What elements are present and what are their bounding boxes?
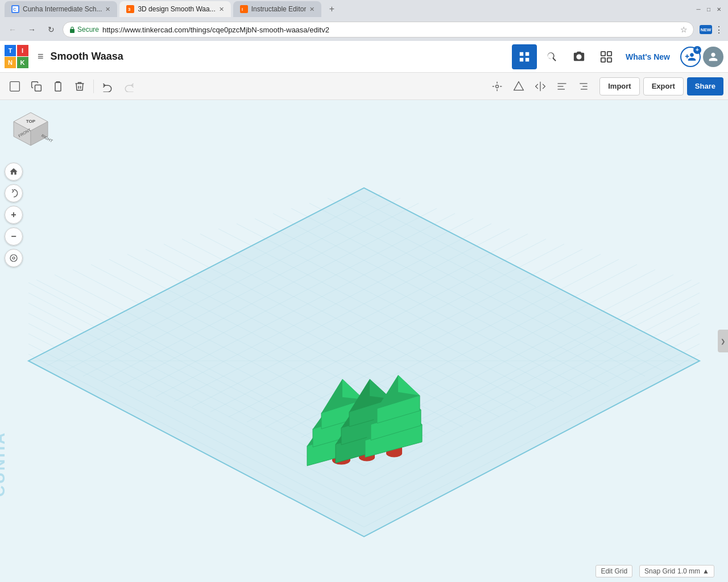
- view-cube[interactable]: TOP FRONT RIGHT: [8, 108, 53, 153]
- copy-button[interactable]: [26, 76, 47, 97]
- bottom-status: Edit Grid Snap Grid 1.0 mm ▲: [595, 565, 714, 577]
- new-object-button[interactable]: [5, 76, 25, 97]
- shape-button[interactable]: [508, 76, 529, 97]
- bookmark-icon[interactable]: ☆: [680, 25, 688, 34]
- refresh-button[interactable]: ↻: [43, 22, 59, 38]
- logo-t: T: [5, 45, 16, 56]
- svg-text:CUNHA: CUNHA: [0, 431, 8, 497]
- position-icon-button[interactable]: [487, 76, 507, 97]
- share-button[interactable]: Share: [687, 77, 723, 95]
- window-controls: ─ □ ✕: [694, 5, 723, 14]
- logo-k: K: [17, 57, 28, 68]
- rotate-view-button[interactable]: [5, 184, 23, 202]
- address-bar: ← → ↻ Secure https://www.tinkercad.com/t…: [0, 18, 728, 41]
- browser-menu-icon[interactable]: ⋮: [714, 24, 723, 35]
- svg-rect-15: [10, 81, 20, 91]
- export-button[interactable]: Export: [643, 77, 684, 95]
- tab3-favicon: I: [240, 5, 248, 13]
- svg-point-132: [13, 257, 15, 259]
- svg-rect-12: [607, 51, 611, 55]
- tinkercad-logo[interactable]: T I N K: [5, 45, 28, 69]
- tab-2[interactable]: 3 3D design Smooth Waa... ✕: [119, 1, 230, 17]
- grid-view-button[interactable]: [512, 44, 537, 69]
- tab2-title: 3D design Smooth Waa...: [138, 5, 215, 13]
- new-tab-button[interactable]: +: [324, 1, 340, 17]
- tab2-favicon: 3: [126, 5, 134, 13]
- user-avatar[interactable]: [703, 47, 723, 67]
- toolbar-separator-1: [93, 80, 94, 93]
- mirror-button[interactable]: [530, 76, 551, 97]
- svg-rect-14: [607, 57, 611, 61]
- url-text: https://www.tinkercad.com/things/cqe0pzc…: [102, 26, 677, 34]
- zoom-out-button[interactable]: −: [5, 227, 23, 246]
- edit-toolbar: Import Export Share: [0, 73, 728, 100]
- svg-text:TOP: TOP: [26, 119, 36, 124]
- svg-rect-8: [526, 52, 529, 55]
- maximize-button[interactable]: □: [704, 5, 713, 14]
- tab1-favicon: C: [11, 5, 19, 13]
- secure-label: Secure: [77, 26, 99, 34]
- tab3-close[interactable]: ✕: [309, 6, 315, 13]
- svg-rect-13: [601, 57, 605, 61]
- collapse-panel-button[interactable]: ❯: [718, 330, 728, 352]
- undo-button[interactable]: [97, 76, 118, 97]
- tab2-close[interactable]: ✕: [219, 6, 224, 13]
- close-button[interactable]: ✕: [714, 5, 723, 14]
- tab1-title: Cunha Intermediate Sch...: [23, 5, 102, 13]
- tab3-title: Instructable Editor: [251, 5, 307, 13]
- whats-new-button[interactable]: What's New: [621, 50, 675, 64]
- svg-point-133: [10, 255, 17, 261]
- build-button[interactable]: [539, 44, 564, 69]
- url-bar[interactable]: Secure https://www.tinkercad.com/things/…: [63, 22, 694, 38]
- svg-rect-17: [55, 82, 61, 91]
- align-tools: [487, 76, 594, 97]
- align-left-button[interactable]: [552, 76, 572, 97]
- action-buttons: Import Export Share: [599, 77, 723, 95]
- delete-button[interactable]: [69, 76, 90, 97]
- svg-point-18: [496, 85, 499, 88]
- extension-badge[interactable]: NEW: [700, 25, 712, 34]
- logo-n: N: [5, 57, 16, 68]
- import-button[interactable]: Import: [599, 77, 639, 95]
- project-title: Smooth Waasa: [51, 51, 123, 63]
- logo-i: I: [17, 45, 28, 56]
- home-view-button[interactable]: [5, 163, 23, 181]
- align-right-button[interactable]: [573, 76, 594, 97]
- edit-grid-label[interactable]: Edit Grid: [595, 565, 632, 577]
- paste-button[interactable]: [48, 76, 68, 97]
- svg-text:3: 3: [128, 7, 131, 12]
- snap-grid-control: Snap Grid 1.0 mm ▲: [639, 565, 714, 577]
- tab-3[interactable]: I Instructable Editor ✕: [233, 1, 322, 17]
- hamburger-menu-icon[interactable]: ≡: [38, 51, 44, 63]
- svg-marker-23: [514, 81, 524, 90]
- tab-1[interactable]: C Cunha Intermediate Sch... ✕: [5, 1, 117, 17]
- svg-rect-6: [70, 29, 75, 33]
- snap-grid-label: Snap Grid: [644, 567, 675, 575]
- perspective-button[interactable]: [5, 249, 23, 267]
- tab1-close[interactable]: ✕: [105, 6, 110, 13]
- app-toolbar: T I N K ≡ Smooth Waasa What's New +: [0, 41, 728, 73]
- redo-button[interactable]: [119, 76, 139, 97]
- group-button[interactable]: [594, 44, 619, 69]
- svg-rect-7: [520, 52, 523, 55]
- title-bar: C Cunha Intermediate Sch... ✕ 3 3D desig…: [0, 0, 728, 18]
- svg-rect-10: [526, 57, 529, 61]
- camera-button[interactable]: [566, 44, 592, 69]
- snap-grid-dropdown-icon[interactable]: ▲: [702, 567, 709, 575]
- snap-grid-value: 1.0 mm: [677, 567, 700, 575]
- svg-rect-9: [520, 57, 523, 61]
- add-user-button[interactable]: +: [680, 47, 701, 67]
- viewport[interactable]: CUNHA TOP FRONT RIGHT + −: [0, 100, 728, 582]
- secure-indicator: Secure: [69, 26, 99, 34]
- back-button[interactable]: ←: [5, 22, 20, 38]
- zoom-in-button[interactable]: +: [5, 206, 23, 224]
- svg-text:I: I: [242, 7, 243, 11]
- svg-rect-16: [35, 85, 42, 91]
- left-controls: + −: [5, 163, 23, 267]
- forward-button[interactable]: →: [24, 22, 40, 38]
- minimize-button[interactable]: ─: [694, 5, 703, 14]
- grid-background: CUNHA: [0, 100, 728, 582]
- svg-rect-11: [601, 51, 605, 55]
- svg-text:C: C: [13, 7, 16, 12]
